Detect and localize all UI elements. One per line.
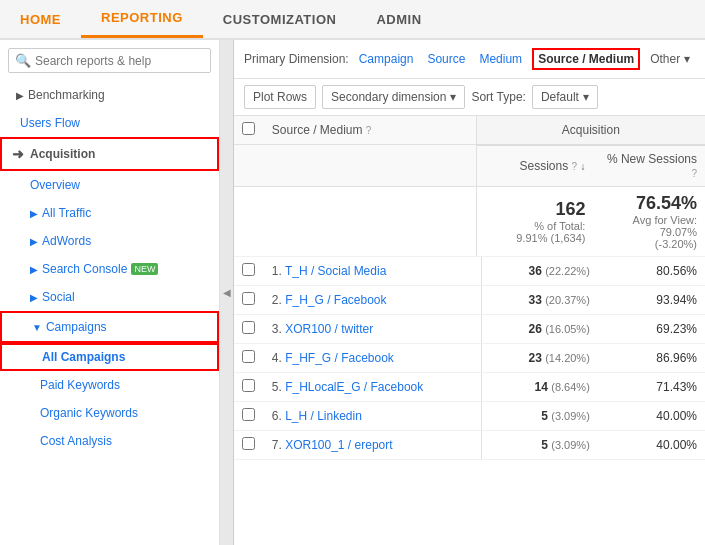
sidebar-item-label: Cost Analysis [40, 434, 112, 448]
col-checkbox-subheader [234, 145, 264, 187]
arrow-icon: ▶ [30, 264, 38, 275]
row-checkbox-cell [234, 314, 264, 343]
acquisition-group-header: Acquisition [476, 116, 705, 145]
nav-reporting[interactable]: REPORTING [81, 0, 203, 38]
collapse-handle[interactable]: ◀ [220, 40, 234, 545]
search-box[interactable]: 🔍 [8, 48, 211, 73]
help-icon[interactable]: ? [572, 161, 578, 172]
row-source-cell: 5. F_HLocalE_G / Facebook [264, 372, 482, 401]
row-checkbox[interactable] [242, 408, 255, 421]
dim-source-medium[interactable]: Source / Medium [532, 48, 640, 70]
data-rows-table: 1. T_H / Social Media 36 (22.22%) 80.56%… [234, 257, 705, 460]
table-row: 7. XOR100_1 / ereport 5 (3.09%) 40.00% [234, 430, 705, 459]
row-sessions-pct: (16.05%) [545, 323, 590, 335]
data-table-container: Source / Medium ? Acquisition Sessions ? [234, 116, 705, 460]
sidebar-item-usersflow[interactable]: Users Flow [0, 109, 219, 137]
row-checkbox-cell [234, 343, 264, 372]
chevron-down-icon: ▾ [450, 90, 456, 104]
sidebar-item-all-traffic[interactable]: ▶ All Traffic [0, 199, 219, 227]
row-source-link[interactable]: XOR100 / twitter [285, 322, 373, 336]
row-sessions-pct: (3.09%) [551, 439, 590, 451]
sidebar-item-organic-keywords[interactable]: Organic Keywords [0, 399, 219, 427]
row-checkbox-cell [234, 430, 264, 459]
row-num: 6. [272, 409, 282, 423]
sidebar-item-overview[interactable]: Overview [0, 171, 219, 199]
row-checkbox[interactable] [242, 379, 255, 392]
sidebar-item-paid-keywords[interactable]: Paid Keywords [0, 371, 219, 399]
arrow-icon: ▶ [30, 236, 38, 247]
row-checkbox[interactable] [242, 350, 255, 363]
row-sessions-cell: 5 (3.09%) [482, 401, 598, 430]
row-checkbox[interactable] [242, 292, 255, 305]
primary-dim-toolbar: Primary Dimension: Campaign Source Mediu… [234, 40, 705, 79]
chevron-down-icon: ▾ [684, 52, 690, 66]
row-checkbox-cell [234, 401, 264, 430]
sidebar-item-label: AdWords [42, 234, 91, 248]
dim-medium[interactable]: Medium [475, 52, 526, 66]
col-source-header: Source / Medium ? [264, 116, 476, 145]
select-all-checkbox[interactable] [242, 122, 255, 135]
sidebar-item-label: Social [42, 290, 75, 304]
col-new-sessions-header: % New Sessions ? [593, 145, 705, 187]
row-new-sessions-cell: 71.43% [598, 372, 705, 401]
sidebar-item-acquisition[interactable]: ➜ Acquisition [0, 137, 219, 171]
sidebar-item-label: Overview [30, 178, 80, 192]
search-input[interactable] [35, 54, 204, 68]
sort-type-label: Sort Type: [471, 90, 525, 104]
arrow-icon: ▶ [16, 90, 24, 101]
sidebar-item-campaigns[interactable]: ▼ Campaigns [0, 311, 219, 343]
nav-admin[interactable]: ADMIN [356, 0, 441, 38]
row-new-sessions: 40.00% [656, 438, 697, 452]
row-checkbox[interactable] [242, 321, 255, 334]
table-row: 4. F_HF_G / Facebook 23 (14.20%) 86.96% [234, 343, 705, 372]
sidebar-item-label: Paid Keywords [40, 378, 120, 392]
row-new-sessions: 40.00% [656, 409, 697, 423]
content-area: Primary Dimension: Campaign Source Mediu… [234, 40, 705, 545]
row-source-cell: 3. XOR100 / twitter [264, 314, 482, 343]
row-checkbox[interactable] [242, 437, 255, 450]
nav-customization[interactable]: CUSTOMIZATION [203, 0, 357, 38]
table-row: 5. F_HLocalE_G / Facebook 14 (8.64%) 71.… [234, 372, 705, 401]
row-source-cell: 6. L_H / Linkedin [264, 401, 482, 430]
secondary-dim-button[interactable]: Secondary dimension ▾ [322, 85, 465, 109]
main-layout: 🔍 ▶ Benchmarking Users Flow ➜ Acquisitio… [0, 40, 705, 545]
sidebar-item-label: All Traffic [42, 206, 91, 220]
row-source-link[interactable]: F_H_G / Facebook [285, 293, 386, 307]
sort-type-select[interactable]: Default ▾ [532, 85, 598, 109]
row-new-sessions-cell: 93.94% [598, 285, 705, 314]
nav-home[interactable]: HOME [0, 0, 81, 38]
table-row: 2. F_H_G / Facebook 33 (20.37%) 93.94% [234, 285, 705, 314]
sidebar-item-label: All Campaigns [42, 350, 125, 364]
dim-source[interactable]: Source [423, 52, 469, 66]
row-sessions-pct: (8.64%) [551, 381, 590, 393]
row-source-link[interactable]: XOR100_1 / ereport [285, 438, 392, 452]
row-source-cell: 7. XOR100_1 / ereport [264, 430, 482, 459]
row-source-link[interactable]: L_H / Linkedin [285, 409, 362, 423]
total-sessions-cell: 162 % of Total: 9.91% (1,634) [476, 186, 593, 256]
arrow-icon: ▶ [30, 292, 38, 303]
row-sessions: 33 [528, 293, 541, 307]
help-icon[interactable]: ? [366, 125, 372, 136]
row-num: 1. [272, 264, 282, 278]
help-icon[interactable]: ? [691, 168, 697, 179]
row-source-link[interactable]: F_HF_G / Facebook [285, 351, 394, 365]
row-sessions-cell: 26 (16.05%) [482, 314, 598, 343]
plot-rows-button[interactable]: Plot Rows [244, 85, 316, 109]
sidebar-item-adwords[interactable]: ▶ AdWords [0, 227, 219, 255]
dim-other[interactable]: Other ▾ [646, 52, 693, 66]
col-source-subheader [264, 145, 476, 187]
dim-campaign[interactable]: Campaign [355, 52, 418, 66]
row-new-sessions: 71.43% [656, 380, 697, 394]
sidebar-item-benchmarking[interactable]: ▶ Benchmarking [0, 81, 219, 109]
row-new-sessions-cell: 40.00% [598, 401, 705, 430]
sidebar-item-social[interactable]: ▶ Social [0, 283, 219, 311]
total-new-sessions-cell: 76.54% Avg for View: 79.07% (-3.20%) [593, 186, 705, 256]
row-num: 5. [272, 380, 282, 394]
row-checkbox[interactable] [242, 263, 255, 276]
row-source-link[interactable]: F_HLocalE_G / Facebook [285, 380, 423, 394]
row-sessions: 26 [528, 322, 541, 336]
row-source-link[interactable]: T_H / Social Media [285, 264, 386, 278]
sidebar-item-search-console[interactable]: ▶ Search Console NEW [0, 255, 219, 283]
sidebar-item-cost-analysis[interactable]: Cost Analysis [0, 427, 219, 455]
sidebar-item-all-campaigns[interactable]: All Campaigns [0, 343, 219, 371]
